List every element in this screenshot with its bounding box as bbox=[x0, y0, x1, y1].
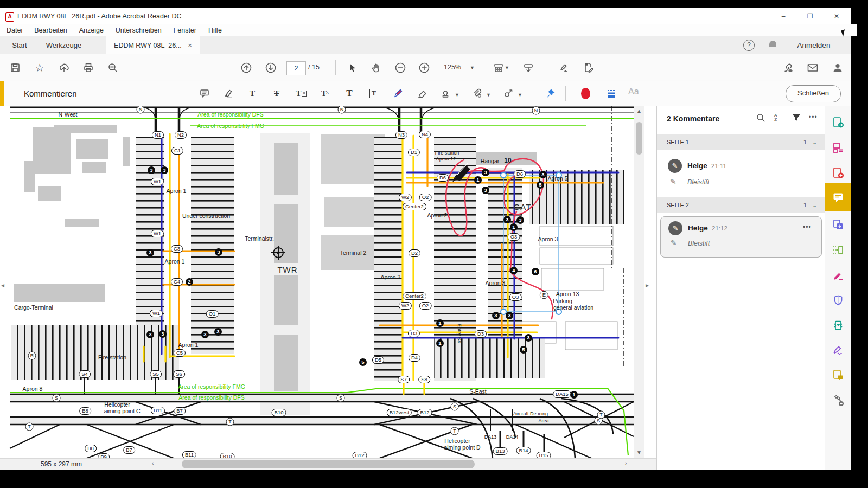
edit-pdf-icon[interactable] bbox=[825, 237, 851, 262]
scroll-down-icon[interactable]: ▼ bbox=[634, 450, 644, 455]
attach-file-icon[interactable] bbox=[469, 85, 485, 101]
replace-text-icon[interactable]: T≡ bbox=[293, 85, 309, 101]
tab-document[interactable]: EDDM RWY 08L_26... × bbox=[106, 36, 200, 54]
section-seite-1[interactable]: SEITE 1 1 ⌄ bbox=[657, 134, 825, 150]
menu-unterschreiben[interactable]: Unterschreiben bbox=[116, 27, 162, 34]
sign-pen-icon[interactable] bbox=[556, 59, 573, 76]
export-pdf-icon[interactable] bbox=[825, 110, 851, 135]
shapes-dropdown-caret-icon[interactable]: ▼ bbox=[518, 92, 522, 98]
hand-tool-icon[interactable] bbox=[367, 59, 385, 76]
create-pdf-icon[interactable] bbox=[825, 160, 851, 185]
sort-comments-icon[interactable]: AZ bbox=[774, 113, 777, 122]
document-page[interactable]: N-WestArea of responsibility DFSArea of … bbox=[0, 106, 656, 458]
section-collapse-icon[interactable]: ⌄ bbox=[812, 134, 817, 150]
left-panel-arrow-icon[interactable]: ◂ bbox=[1, 281, 4, 289]
combine-files-icon[interactable] bbox=[825, 213, 851, 237]
fill-sign-icon[interactable] bbox=[580, 59, 597, 76]
comment-search-icon[interactable] bbox=[756, 113, 765, 125]
attach-dropdown-caret-icon[interactable]: ▼ bbox=[486, 92, 491, 98]
request-signatures-icon[interactable] bbox=[825, 363, 851, 388]
section-collapse-icon[interactable]: ⌄ bbox=[812, 197, 817, 213]
underline-text-icon[interactable]: T bbox=[244, 85, 260, 101]
strikethrough-text-icon[interactable]: T bbox=[269, 85, 285, 101]
eraser-icon[interactable] bbox=[414, 85, 431, 101]
scroll-left-icon[interactable]: ‹ bbox=[152, 460, 154, 466]
compress-pdf-icon[interactable] bbox=[825, 313, 851, 338]
map-label: N1 bbox=[152, 131, 164, 139]
menu-anzeige[interactable]: Anzeige bbox=[79, 27, 104, 34]
organize-pages-icon[interactable] bbox=[825, 136, 851, 160]
filter-comments-icon[interactable] bbox=[792, 113, 801, 125]
map-label: 3 bbox=[492, 312, 500, 319]
zoom-out-icon[interactable] bbox=[392, 59, 409, 76]
menu-fenster[interactable]: Fenster bbox=[174, 27, 196, 34]
more-tools-wrench-icon[interactable] bbox=[825, 388, 851, 413]
stamp-icon[interactable] bbox=[437, 85, 454, 101]
share-link-icon[interactable] bbox=[779, 59, 796, 76]
close-comment-mode-button[interactable]: Schließen bbox=[786, 85, 841, 102]
keep-tool-pin-icon[interactable] bbox=[542, 85, 559, 101]
map-label: DA15 bbox=[553, 390, 571, 398]
map-label: B10 bbox=[272, 409, 286, 416]
map-label: C5 bbox=[174, 349, 186, 357]
panel-options-icon[interactable]: ••• bbox=[809, 113, 818, 121]
cloud-upload-icon[interactable] bbox=[55, 59, 73, 76]
maximize-button[interactable]: ❐ bbox=[802, 8, 818, 24]
color-swatch-red[interactable] bbox=[581, 88, 590, 99]
print-icon[interactable] bbox=[80, 59, 97, 76]
previous-page-icon[interactable] bbox=[238, 59, 255, 76]
minimize-button[interactable]: – bbox=[776, 8, 791, 24]
comment-tool-icon[interactable] bbox=[825, 183, 851, 211]
page-display-icon[interactable] bbox=[520, 59, 537, 76]
vertical-scrollbar[interactable]: ▲ ▼ bbox=[634, 106, 644, 458]
map-label: N3 bbox=[395, 131, 407, 139]
scroll-right-icon[interactable]: › bbox=[625, 460, 627, 466]
save-icon[interactable] bbox=[7, 59, 24, 76]
drawing-tools-icon[interactable] bbox=[500, 85, 516, 101]
email-icon[interactable] bbox=[804, 59, 821, 76]
map-label: S bbox=[337, 394, 345, 402]
fill-and-sign-icon[interactable] bbox=[825, 263, 851, 288]
help-icon[interactable]: ? bbox=[743, 40, 755, 51]
tab-start[interactable]: Start bbox=[3, 36, 36, 54]
highlighter-icon[interactable] bbox=[220, 85, 237, 101]
fit-dropdown-caret-icon[interactable]: ▼ bbox=[505, 65, 509, 70]
scroll-up-icon[interactable]: ▲ bbox=[634, 108, 644, 114]
comment-item-2-selected[interactable]: ✎ Helge 21:12 ••• ✎ Bleistift bbox=[660, 216, 822, 258]
add-text-icon[interactable]: T bbox=[341, 85, 358, 101]
zoom-in-icon[interactable] bbox=[416, 59, 433, 76]
search-icon[interactable] bbox=[104, 59, 122, 76]
zoom-level-value[interactable]: 125% bbox=[444, 63, 461, 71]
vertical-scroll-thumb[interactable] bbox=[636, 122, 642, 155]
tab-close-icon[interactable]: × bbox=[188, 41, 192, 49]
map-label: B7 bbox=[123, 446, 135, 454]
comment-item-1[interactable]: ✎ Helge 21:11 ✎ Bleistift bbox=[657, 155, 825, 197]
line-thickness-icon[interactable] bbox=[603, 85, 620, 101]
map-label: C1 bbox=[171, 147, 183, 155]
comment-options-icon[interactable]: ••• bbox=[803, 223, 812, 231]
insert-text-icon[interactable]: T^ bbox=[317, 85, 333, 101]
sticky-note-icon[interactable] bbox=[196, 85, 213, 101]
right-panel-arrow-icon[interactable]: ▸ bbox=[646, 281, 649, 289]
pencil-draw-icon[interactable] bbox=[390, 85, 406, 101]
certificates-pen-icon[interactable] bbox=[825, 338, 851, 363]
horizontal-scroll-thumb[interactable] bbox=[182, 460, 475, 468]
star-favorite-icon[interactable]: ☆ bbox=[31, 59, 48, 76]
close-button[interactable]: ✕ bbox=[829, 8, 844, 24]
tab-werkzeuge[interactable]: Werkzeuge bbox=[38, 36, 90, 54]
person-icon[interactable] bbox=[829, 59, 846, 76]
section-seite-2[interactable]: SEITE 2 1 ⌄ bbox=[657, 197, 825, 213]
menu-bearbeiten[interactable]: Bearbeiten bbox=[34, 27, 67, 34]
protect-shield-icon[interactable] bbox=[825, 288, 851, 313]
selection-pointer-icon[interactable] bbox=[343, 59, 360, 76]
text-box-icon[interactable]: T bbox=[366, 85, 382, 101]
zoom-dropdown-caret-icon[interactable]: ▼ bbox=[470, 65, 475, 70]
page-number-input[interactable] bbox=[286, 61, 306, 75]
notification-bell-icon[interactable] bbox=[769, 41, 776, 47]
menu-datei[interactable]: Datei bbox=[7, 27, 22, 34]
next-page-icon[interactable] bbox=[262, 59, 279, 76]
stamp-dropdown-caret-icon[interactable]: ▼ bbox=[455, 92, 459, 98]
sign-in-link[interactable]: Anmelden bbox=[789, 36, 838, 54]
map-label: T bbox=[25, 423, 34, 431]
menu-hilfe[interactable]: Hilfe bbox=[208, 27, 222, 34]
